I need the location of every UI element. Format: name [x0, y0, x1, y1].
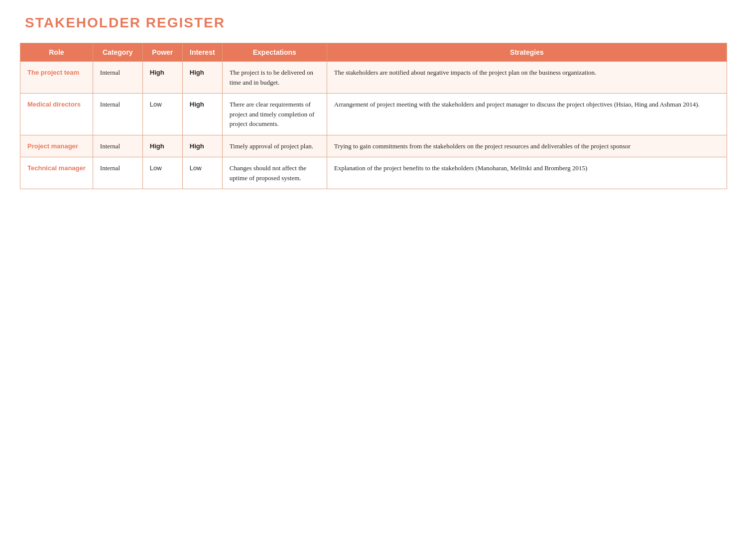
cell-category: Internal [93, 62, 142, 94]
header-role: Role [20, 43, 93, 62]
header-power: Power [142, 43, 182, 62]
table-row: Technical managerInternalLowLowChanges s… [20, 157, 727, 189]
cell-category: Internal [93, 135, 142, 157]
cell-strategies: Trying to gain commitments from the stak… [327, 135, 727, 157]
stakeholder-table: Role Category Power Interest Expectation… [20, 43, 727, 189]
cell-strategies: The stakeholders are notified about nega… [327, 62, 727, 94]
cell-role: Project manager [20, 135, 93, 157]
cell-power: Low [142, 157, 182, 189]
header-interest: Interest [182, 43, 222, 62]
cell-interest: High [182, 135, 222, 157]
table-row: The project teamInternalHighHighThe proj… [20, 62, 727, 94]
cell-interest: Low [182, 157, 222, 189]
cell-category: Internal [93, 94, 142, 135]
cell-expectations: The project is to be delivered on time a… [222, 62, 327, 94]
cell-strategies: Explanation of the project benefits to t… [327, 157, 727, 189]
cell-expectations: There are clear requirements of project … [222, 94, 327, 135]
cell-expectations: Timely approval of project plan. [222, 135, 327, 157]
header-expectations: Expectations [222, 43, 327, 62]
table-row: Project managerInternalHighHighTimely ap… [20, 135, 727, 157]
cell-category: Internal [93, 157, 142, 189]
cell-expectations: Changes should not affect the uptime of … [222, 157, 327, 189]
header-strategies: Strategies [327, 43, 727, 62]
cell-power: High [142, 62, 182, 94]
cell-interest: High [182, 94, 222, 135]
header-category: Category [93, 43, 142, 62]
cell-role: The project team [20, 62, 93, 94]
cell-power: Low [142, 94, 182, 135]
page-title: STAKEHOLDER REGISTER [25, 15, 727, 31]
cell-interest: High [182, 62, 222, 94]
table-header-row: Role Category Power Interest Expectation… [20, 43, 727, 62]
cell-power: High [142, 135, 182, 157]
cell-role: Technical manager [20, 157, 93, 189]
table-row: Medical directorsInternalLowHighThere ar… [20, 94, 727, 135]
cell-role: Medical directors [20, 94, 93, 135]
cell-strategies: Arrangement of project meeting with the … [327, 94, 727, 135]
